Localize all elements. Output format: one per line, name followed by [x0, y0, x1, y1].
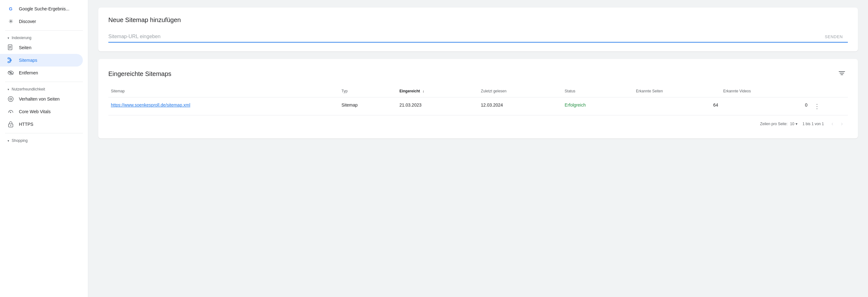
col-erkannte-seiten: Erkannte Seiten — [633, 85, 721, 98]
section-header-nutzerfreundlichkeit[interactable]: ▾ Nutzerfreundlichkeit — [0, 84, 88, 93]
page-icon — [7, 45, 14, 51]
sidebar-divider-1 — [5, 30, 83, 31]
sidebar-verhalten-label: Verhalten von Seiten — [19, 97, 60, 102]
sidebar-item-discover[interactable]: ✳ Discover — [0, 15, 83, 28]
send-button[interactable]: SENDEN — [820, 32, 848, 42]
gauge-icon — [7, 108, 14, 115]
indexierung-label: Indexierung — [12, 36, 31, 40]
google-search-label: Google Suche-Ergebnis... — [19, 6, 69, 11]
table-footer: Zeilen pro Seite: 10 ▾ 1 bis 1 von 1 ‹ › — [108, 115, 848, 130]
section-header-shopping[interactable]: ▾ Shopping — [0, 136, 88, 144]
submitted-sitemaps-title: Eingereichte Sitemaps — [108, 70, 171, 78]
google-g-icon: G — [7, 6, 14, 12]
rows-per-page-value: 10 — [790, 122, 794, 126]
more-vert-icon[interactable]: ⋮ — [812, 102, 822, 111]
main-content: Neue Sitemap hinzufügen SENDEN Eingereic… — [88, 0, 868, 297]
sidebar-divider-3 — [5, 133, 83, 133]
chevron-down-icon-2: ▾ — [7, 88, 9, 91]
svg-point-6 — [8, 97, 13, 102]
table-header-row: Eingereichte Sitemaps — [108, 68, 848, 80]
sitemaps-table-body: https://www.soenkesproll.de/sitemap.xml … — [108, 98, 848, 115]
nutzerfreundlichkeit-label: Nutzerfreundlichkeit — [12, 87, 45, 91]
section-header-indexierung[interactable]: ▾ Indexierung — [0, 33, 88, 41]
cell-sitemap[interactable]: https://www.soenkesproll.de/sitemap.xml — [108, 98, 339, 115]
svg-point-8 — [10, 112, 11, 113]
rows-per-page-label: Zeilen pro Seite: — [760, 122, 787, 126]
dropdown-arrow-icon: ▾ — [796, 122, 798, 126]
sitemap-url-input[interactable] — [108, 31, 820, 42]
col-erkannte-videos: Erkannte Videos — [721, 85, 810, 98]
chevron-down-icon: ▾ — [7, 36, 9, 40]
svg-rect-1 — [8, 58, 9, 59]
cell-erkannte-videos: 0 — [721, 98, 810, 115]
next-page-button[interactable]: › — [838, 119, 845, 128]
circle-outline-icon — [7, 96, 14, 102]
col-typ: Typ — [339, 85, 397, 98]
sidebar-item-seiten[interactable]: Seiten — [0, 41, 83, 54]
col-zuletzt-gelesen: Zuletzt gelesen — [478, 85, 562, 98]
cell-typ: Sitemap — [339, 98, 397, 115]
sitemaps-table: Sitemap Typ Eingereicht ↓ Zuletzt gelese… — [108, 85, 848, 115]
lock-icon — [7, 121, 14, 127]
cell-erkannte-seiten: 64 — [633, 98, 721, 115]
svg-rect-3 — [8, 61, 9, 63]
add-sitemap-title: Neue Sitemap hinzufügen — [108, 17, 848, 24]
sidebar-item-sitemaps[interactable]: Sitemaps — [0, 54, 83, 66]
sidebar-entfernen-label: Entfernen — [19, 70, 38, 75]
sidebar-https-label: HTTPS — [19, 122, 33, 127]
sidebar-core-web-vitals-label: Core Web Vitals — [19, 109, 51, 114]
filter-icon[interactable] — [836, 68, 848, 80]
col-status: Status — [562, 85, 633, 98]
submitted-sitemaps-card: Eingereichte Sitemaps Sitemap Typ Einger… — [98, 59, 858, 138]
sidebar-item-core-web-vitals[interactable]: Core Web Vitals — [0, 105, 83, 118]
col-actions — [810, 85, 848, 98]
prev-page-button[interactable]: ‹ — [829, 119, 836, 128]
sidebar-sitemaps-label: Sitemaps — [19, 58, 37, 63]
sidebar: G Google Suche-Ergebnis... ✳ Discover ▾ … — [0, 0, 88, 297]
col-eingereicht[interactable]: Eingereicht ↓ — [397, 85, 478, 98]
col-sitemap: Sitemap — [108, 85, 339, 98]
cell-eingereicht: 21.03.2023 — [397, 98, 478, 115]
sidebar-item-verhalten[interactable]: Verhalten von Seiten — [0, 93, 83, 105]
sidebar-seiten-label: Seiten — [19, 45, 31, 50]
sidebar-divider-2 — [5, 82, 83, 82]
cell-more[interactable]: ⋮ — [810, 98, 848, 115]
chevron-right-icon: ▾ — [7, 139, 9, 142]
add-sitemap-card: Neue Sitemap hinzufügen SENDEN — [98, 7, 858, 51]
google-logo-item[interactable]: G Google Suche-Ergebnis... — [0, 2, 88, 15]
sitemap-input-row: SENDEN — [108, 31, 848, 43]
rows-per-page-select[interactable]: 10 ▾ — [790, 122, 798, 126]
rows-per-page: Zeilen pro Seite: 10 ▾ — [760, 122, 798, 126]
cell-status: Erfolgreich — [562, 98, 633, 115]
sort-arrow-icon: ↓ — [422, 89, 424, 93]
cell-zuletzt-gelesen: 12.03.2024 — [478, 98, 562, 115]
sitemap-icon — [7, 57, 14, 63]
svg-point-7 — [10, 98, 12, 100]
sidebar-item-entfernen[interactable]: Entfernen — [0, 66, 83, 79]
svg-point-10 — [10, 125, 11, 126]
table-row: https://www.soenkesproll.de/sitemap.xml … — [108, 98, 848, 115]
sitemaps-table-head: Sitemap Typ Eingereicht ↓ Zuletzt gelese… — [108, 85, 848, 98]
pagination-range: 1 bis 1 von 1 — [803, 122, 824, 126]
sidebar-item-https[interactable]: HTTPS — [0, 118, 83, 131]
shopping-label: Shopping — [12, 138, 28, 143]
pagination-nav: ‹ › — [829, 119, 845, 128]
sidebar-discover-label: Discover — [19, 19, 36, 24]
asterisk-icon: ✳ — [7, 18, 14, 25]
eye-off-icon — [7, 70, 14, 76]
